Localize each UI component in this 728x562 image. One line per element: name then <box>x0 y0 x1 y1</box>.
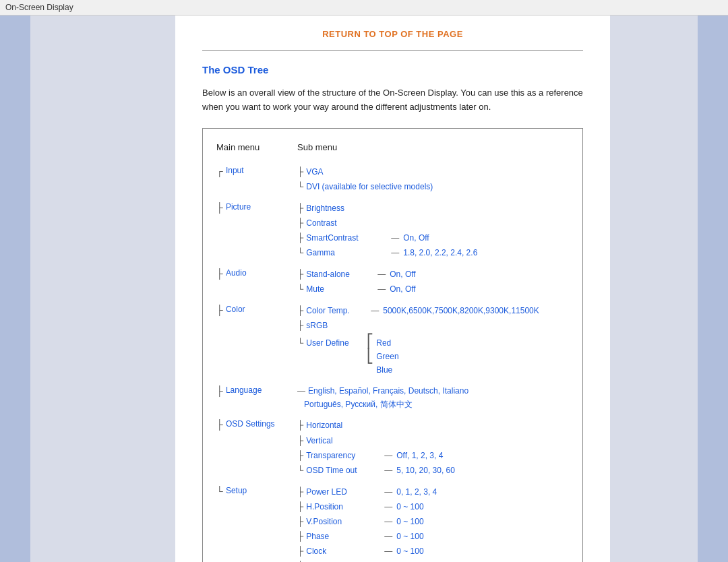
sub-row: ├ Brightness <box>297 201 569 216</box>
sub-values-resolution: On, Off <box>430 559 456 562</box>
sub-bracket: ├ <box>297 164 303 179</box>
main-label-osd: OSD Settings <box>226 419 275 429</box>
tree-section-color: ├ Color ├ Color Temp. — 5000K,6500K,7500… <box>216 303 569 377</box>
sub-col-picture: ├ Brightness ├ Contrast ├ SmartContrast … <box>297 201 569 260</box>
right-inner <box>610 15 698 562</box>
user-define-item-red: Red <box>376 336 398 350</box>
sub-values: On, Off <box>390 282 415 296</box>
sub-dash: — <box>371 304 379 317</box>
sub-col-language: — English, Español, Français, Deutsch, I… <box>297 384 569 412</box>
sub-dash: — <box>377 268 386 281</box>
divider <box>202 50 583 51</box>
sub-dash: — <box>391 246 399 259</box>
sub-label-power-led: Power LED <box>306 485 380 499</box>
sub-dash: — <box>384 544 392 558</box>
sub-dash: — <box>391 231 399 245</box>
sub-bracket: └ <box>297 559 303 562</box>
main-label-language: Language <box>226 385 262 395</box>
main-label-col-color: ├ Color <box>216 303 297 315</box>
user-define-bracket: ⎡⎣ <box>367 334 373 363</box>
sub-bracket: ├ <box>297 318 303 333</box>
sub-values-transparency: Off, 1, 2, 3, 4 <box>396 449 443 462</box>
sub-bracket: ├ <box>297 216 303 230</box>
main-label-col-input: ┌ Input <box>216 164 297 177</box>
bracket-input: ┌ <box>216 166 223 177</box>
sub-row: ├ V.Position — 0 ~ 100 <box>297 514 569 529</box>
sub-label-hposition: H.Position <box>306 500 380 513</box>
sub-bracket: ├ <box>297 418 303 433</box>
sub-row: └ User Define ⎡⎣ Red Green Blue <box>297 334 569 377</box>
sub-bracket: ├ <box>297 303 303 318</box>
sub-bracket: └ <box>297 179 303 194</box>
tree-section-picture: ├ Picture ├ Brightness ├ Contrast <box>216 201 569 260</box>
user-define-items: Red Green Blue <box>376 336 398 377</box>
sub-col-input: ├ VGA └ DVI (available for selective mod… <box>297 164 569 194</box>
sub-row: ├ Contrast <box>297 216 569 230</box>
sub-label: sRGB <box>306 319 387 332</box>
top-bar: On-Screen Display <box>0 0 728 15</box>
sub-bracket: ├ <box>297 433 303 448</box>
tree-headers: Main menu Sub menu <box>216 142 569 152</box>
sub-bracket: ├ <box>297 230 303 245</box>
lang-row: — English, Español, Français, Deutsch, I… <box>297 384 569 398</box>
sub-label: SmartContrast <box>306 231 387 245</box>
main-label-col-picture: ├ Picture <box>216 201 297 213</box>
sub-values: 1.8, 2.0, 2.2, 2.4, 2.6 <box>403 246 477 259</box>
sub-row: ├ Color Temp. — 5000K,6500K,7500K,8200K,… <box>297 303 569 318</box>
tree-section-setup: └ Setup ├ Power LED — 0, 1, 2, 3, 4 ├ H.… <box>216 485 569 562</box>
main-label-input: Input <box>226 166 244 175</box>
tree-section-audio: ├ Audio ├ Stand-alone — On, Off └ Mute <box>216 267 569 296</box>
sub-row: ├ Clock — 0 ~ 100 <box>297 544 569 559</box>
sub-row: ├ SmartContrast — On, Off <box>297 230 569 245</box>
sub-label: Gamma <box>306 246 387 259</box>
sub-col-setup: ├ Power LED — 0, 1, 2, 3, 4 ├ H.Position… <box>297 485 569 562</box>
main-label-col-osd: ├ OSD Settings <box>216 418 297 430</box>
sub-dash: — <box>384 485 392 499</box>
sub-bracket: ├ <box>297 201 303 216</box>
description: Below is an overall view of the structur… <box>202 86 583 115</box>
main-label-col-language: ├ Language <box>216 384 297 396</box>
main-label-setup: Setup <box>226 486 247 495</box>
sub-col-osd: ├ Horizontal ├ Vertical ├ Transparency —… <box>297 418 569 477</box>
sub-bracket: ├ <box>297 514 303 529</box>
sub-label: Horizontal <box>306 418 387 432</box>
sub-bracket: └ <box>297 463 303 478</box>
sub-row: ├ Stand-alone — On, Off <box>297 267 569 282</box>
main-label-color: Color <box>226 305 245 314</box>
sub-label: VGA <box>306 165 387 179</box>
bracket-audio: ├ <box>216 268 223 279</box>
sub-dash: — <box>384 500 392 513</box>
sub-label-clock: Clock <box>306 544 380 558</box>
tree-section-osd-settings: ├ OSD Settings ├ Horizontal ├ Vertical <box>216 418 569 477</box>
sub-row: └ Mute — On, Off <box>297 282 569 296</box>
lang-row2: Português, Русский, 简体中文 <box>297 398 569 411</box>
sub-row: ├ H.Position — 0 ~ 100 <box>297 499 569 514</box>
sub-bracket: └ <box>297 282 303 296</box>
sub-row: └ OSD Time out — 5, 10, 20, 30, 60 <box>297 463 569 478</box>
main-label-col-setup: └ Setup <box>216 485 297 497</box>
sub-label: Stand-alone <box>306 268 373 281</box>
sub-label-resolution: Resolution Notification <box>306 559 414 562</box>
main-label-picture: Picture <box>226 202 251 212</box>
lang-dash: — <box>297 384 305 398</box>
sub-row: ├ Power LED — 0, 1, 2, 3, 4 <box>297 485 569 499</box>
return-link[interactable]: RETURN TO TOP OF THE PAGE <box>202 29 583 39</box>
sub-bracket: └ <box>297 336 303 350</box>
left-inner <box>30 15 175 562</box>
sub-label: DVI (available for selective models) <box>306 180 433 193</box>
content-area: RETURN TO TOP OF THE PAGE The OSD Tree B… <box>175 15 610 562</box>
main-label-audio: Audio <box>226 268 247 278</box>
sub-values-hposition: 0 ~ 100 <box>396 500 423 513</box>
bracket-osd: ├ <box>216 419 223 430</box>
user-define-item-green: Green <box>376 350 398 363</box>
sub-label: Color Temp. <box>306 304 367 317</box>
sub-label: Vertical <box>306 434 387 447</box>
sub-dash: — <box>377 282 386 296</box>
tree-body: ┌ Input ├ VGA └ DVI (available for selec… <box>216 164 569 562</box>
left-panel <box>0 15 30 562</box>
sub-values-vposition: 0 ~ 100 <box>396 515 423 528</box>
sub-label: Contrast <box>306 216 387 230</box>
sub-label: Brightness <box>306 201 387 215</box>
bracket-picture: ├ <box>216 202 223 213</box>
sub-bracket: ├ <box>297 448 303 463</box>
